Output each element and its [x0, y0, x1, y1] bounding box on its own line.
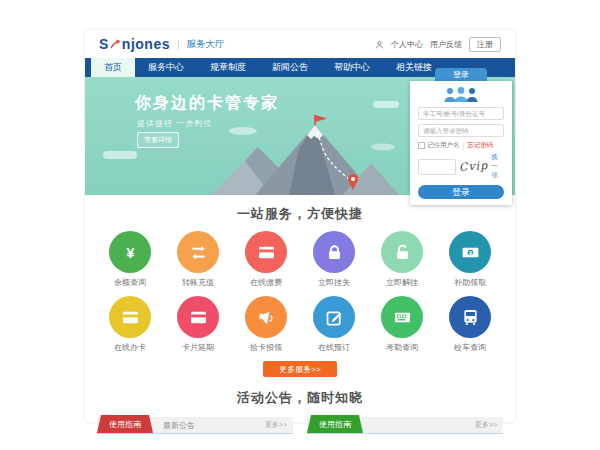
mountain-illustration	[203, 113, 403, 195]
captcha-row: Cvip 换一张	[418, 153, 504, 180]
announcements-title: 活动公告，随时知晓	[85, 389, 515, 407]
announcement-panel-left: 使用指南 最新公告 更多>>	[97, 417, 293, 434]
service-item[interactable]: 卡片延期	[164, 296, 232, 353]
nav-item-4[interactable]: 帮助中心	[321, 58, 383, 77]
service-label: 转账充值	[182, 277, 214, 288]
login-tab[interactable]: 登录	[435, 68, 487, 81]
right-tab-bar: 使用指南 更多>>	[307, 417, 503, 434]
services-section: 一站服务，方便快捷 ¥余额查询转账充值在线缴费立即挂失立即解挂¥补助领取在线办卡…	[85, 195, 515, 377]
service-item[interactable]: 校车查询	[436, 296, 504, 353]
nav-item-3[interactable]: 新闻公告	[259, 58, 321, 77]
cloud-decoration	[103, 151, 137, 159]
service-label: 在线预订	[318, 342, 350, 353]
service-item[interactable]: 拾卡招领	[232, 296, 300, 353]
card-icon	[245, 231, 287, 273]
service-item[interactable]: 转账充值	[164, 231, 232, 288]
announcement-panel-right: 使用指南 更多>>	[307, 417, 503, 434]
services-title: 一站服务，方便快捷	[85, 205, 515, 223]
lock-icon	[313, 231, 355, 273]
hero-title: 你身边的卡管专家	[135, 93, 279, 114]
left-ribbon-tab[interactable]: 使用指南	[97, 415, 153, 433]
logo-text-rest: njones	[122, 36, 170, 52]
login-panel: 登录 记住用户名 | 忘记密码	[410, 68, 512, 205]
service-label: 在线缴费	[250, 277, 282, 288]
announcements-section: 活动公告，随时知晓 使用指南 最新公告 更多>> 使用指南 更多>>	[85, 389, 515, 434]
login-submit-button[interactable]: 登录	[418, 185, 504, 199]
banknote-icon: ¥	[449, 231, 491, 273]
header-actions: 个人中心 用户反馈 注册	[375, 37, 501, 52]
latest-announcements-tab[interactable]: 最新公告	[163, 420, 195, 431]
hero-cta-button[interactable]: 查看详情	[137, 132, 179, 148]
service-item[interactable]: 立即解挂	[368, 231, 436, 288]
logo-divider: |	[177, 39, 180, 50]
nav-item-2[interactable]: 规章制度	[197, 58, 259, 77]
remember-label: 记住用户名	[427, 141, 460, 150]
logo-text-s: S	[99, 36, 109, 52]
captcha-image[interactable]: Cvip	[459, 159, 489, 174]
unlock-icon	[381, 231, 423, 273]
service-label: 拾卡招领	[250, 342, 282, 353]
site-header: S njones | 服务大厅 个人中心	[85, 30, 515, 58]
left-tab-bar: 使用指南 最新公告 更多>>	[97, 417, 293, 434]
card-icon	[109, 296, 151, 338]
login-form: 记住用户名 | 忘记密码 Cvip 换一张 登录	[410, 81, 512, 205]
logo[interactable]: S njones	[99, 36, 170, 52]
remember-checkbox[interactable]	[418, 142, 425, 149]
hero-subtitle: 提供捷径 一步到位	[137, 118, 212, 129]
more-services-button[interactable]: 更多服务>>	[263, 361, 337, 377]
screenshot-canvas: S njones | 服务大厅 个人中心	[0, 0, 600, 450]
service-label: 立即挂失	[318, 277, 350, 288]
remember-row: 记住用户名 | 忘记密码	[418, 141, 504, 150]
right-ribbon-tab[interactable]: 使用指南	[307, 415, 363, 433]
keyboard-icon	[381, 296, 423, 338]
right-more-link[interactable]: 更多>>	[475, 420, 497, 430]
captcha-input[interactable]	[418, 159, 456, 175]
personal-center-link[interactable]: 个人中心	[391, 39, 423, 50]
service-item[interactable]: ¥补助领取	[436, 231, 504, 288]
portal-page: S njones | 服务大厅 个人中心	[85, 30, 515, 422]
edit-icon	[313, 296, 355, 338]
text-divider: |	[463, 142, 465, 149]
service-item[interactable]: 考勤查询	[368, 296, 436, 353]
site-name: 服务大厅	[187, 38, 225, 51]
username-input[interactable]	[418, 107, 504, 120]
password-input[interactable]	[418, 124, 504, 137]
card-icon	[177, 296, 219, 338]
cloud-decoration	[373, 101, 399, 108]
service-item[interactable]: 在线缴费	[232, 231, 300, 288]
nav-item-1[interactable]: 服务中心	[135, 58, 197, 77]
service-label: 考勤查询	[386, 342, 418, 353]
bus-icon	[449, 296, 491, 338]
service-item[interactable]: 在线预订	[300, 296, 368, 353]
left-more-link[interactable]: 更多>>	[265, 420, 287, 430]
yen-icon: ¥	[109, 231, 151, 273]
user-feedback-link[interactable]: 用户反馈	[430, 39, 462, 50]
captcha-refresh-link[interactable]: 换一张	[491, 153, 504, 180]
forgot-password-link[interactable]: 忘记密码	[467, 141, 493, 150]
svg-text:¥: ¥	[126, 244, 135, 260]
service-label: 补助领取	[454, 277, 486, 288]
logo-arrow-icon	[110, 39, 121, 50]
users-group-icon	[418, 86, 504, 103]
service-label: 在线办卡	[114, 342, 146, 353]
service-label: 校车查询	[454, 342, 486, 353]
services-grid: ¥余额查询转账充值在线缴费立即挂失立即解挂¥补助领取在线办卡卡片延期拾卡招领在线…	[96, 231, 504, 361]
announcement-panels: 使用指南 最新公告 更多>> 使用指南 更多>>	[97, 417, 503, 434]
service-label: 余额查询	[114, 277, 146, 288]
user-icon	[375, 40, 384, 49]
register-button[interactable]: 注册	[469, 37, 501, 52]
service-item[interactable]: 在线办卡	[96, 296, 164, 353]
service-label: 立即解挂	[386, 277, 418, 288]
service-item[interactable]: ¥余额查询	[96, 231, 164, 288]
service-label: 卡片延期	[182, 342, 214, 353]
megaphone-icon	[245, 296, 287, 338]
service-item[interactable]: 立即挂失	[300, 231, 368, 288]
transfer-icon	[177, 231, 219, 273]
nav-item-0[interactable]: 首页	[91, 58, 135, 77]
